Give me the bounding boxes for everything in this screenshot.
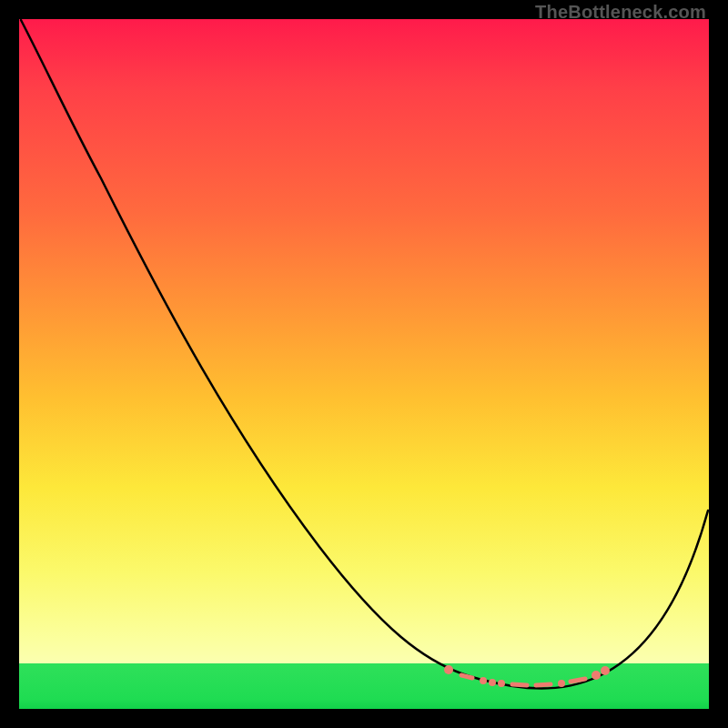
highlight-dot-end-b — [601, 666, 610, 675]
highlight-dot-2c — [498, 680, 505, 687]
bottleneck-curve-path — [21, 20, 708, 688]
highlight-dash-4 — [571, 679, 585, 682]
chart-frame — [19, 19, 709, 709]
attribution-text: TheBottleneck.com — [535, 2, 706, 23]
highlight-dash-1 — [461, 675, 472, 678]
highlight-dash-3 — [536, 684, 551, 685]
highlight-dash-2 — [512, 684, 527, 685]
chart-svg — [19, 19, 709, 709]
highlight-dot-2a — [480, 677, 487, 684]
highlight-dot-3 — [558, 680, 565, 687]
highlight-dot-2b — [489, 679, 496, 686]
highlight-dot-start — [444, 665, 453, 674]
highlight-dot-end-a — [592, 671, 601, 680]
